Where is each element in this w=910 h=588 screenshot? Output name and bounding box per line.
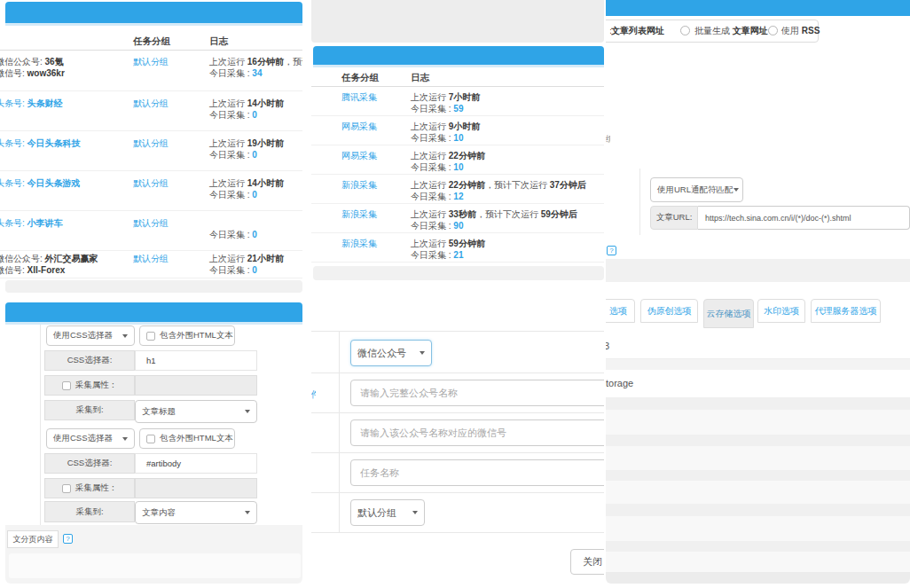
wechat-id-input[interactable] — [350, 419, 604, 446]
form-row-divider — [311, 492, 604, 493]
account-type-select[interactable]: 微信公众号 — [350, 340, 432, 366]
caret-down-icon — [245, 511, 250, 514]
group-link[interactable]: 网易采集 — [341, 150, 377, 161]
table-row: 新浪采集 上次运行 33秒前，预计下次运行 59分钟后 今日采集 : 90 — [311, 204, 604, 233]
css-selector-mode-select[interactable]: 使用CSS选择器 — [46, 428, 135, 449]
today-count: 0 — [252, 190, 257, 200]
batch-generate-option[interactable]: 批量生成 文章网址 — [694, 26, 768, 36]
right-title-bar — [606, 0, 910, 16]
group-link[interactable]: 默认分组 — [133, 177, 169, 189]
task-group-select[interactable]: 默认分组 — [350, 499, 425, 526]
css-selector-value[interactable]: h1 — [135, 350, 257, 371]
group-link[interactable]: 腾讯采集 — [341, 91, 377, 103]
stripe-row — [606, 435, 910, 446]
help-icon[interactable] — [63, 534, 73, 544]
run-log: 上次运行 21小时前 今日采集 : 0 — [209, 253, 302, 276]
task-name-input[interactable] — [350, 459, 604, 486]
account-link[interactable]: 头条号: 今日头条科技 — [0, 137, 81, 149]
clipped-row-label: torage — [606, 378, 633, 388]
use-rss-radio[interactable] — [768, 26, 778, 35]
stripe-row — [606, 410, 910, 435]
css-selector-value[interactable]: #artibody — [135, 453, 257, 474]
today-count: 12 — [453, 192, 463, 201]
group-link[interactable]: 默认分组 — [133, 137, 169, 149]
today-count: 0 — [252, 110, 257, 120]
group-link[interactable]: 新浪采集 — [341, 238, 377, 249]
include-outer-html-option[interactable]: 包含外围HTML文本 — [139, 428, 235, 449]
css-selector-mode-select[interactable]: 使用CSS选择器 — [46, 325, 135, 346]
group-link[interactable]: 默认分组 — [133, 56, 169, 67]
column-header-log: 日志 — [209, 35, 228, 48]
article-list-url-option[interactable]: 文章列表网址 — [611, 26, 664, 36]
account-link[interactable]: 头条号: 头条财经 — [0, 98, 63, 109]
group-link[interactable]: 默认分组 — [133, 217, 169, 229]
article-url-input[interactable]: https://tech.sina.com.cn/i/(*)/doc-(*).s… — [698, 206, 910, 230]
account-name-input[interactable] — [350, 380, 604, 406]
form-row-divider — [311, 331, 604, 332]
right-panel: ： 文章列表网址 批量生成 文章网址 使用 RSS 编 使用URL通配符匹配 文… — [606, 0, 910, 588]
today-count: 10 — [453, 162, 463, 172]
storage-row: torage — [606, 370, 910, 397]
batch-generate-radio[interactable] — [680, 26, 690, 35]
group-link[interactable]: 新浪采集 — [341, 208, 377, 220]
stripe-row — [606, 446, 910, 470]
top-gray-block — [311, 0, 604, 43]
url-match-mode-select[interactable]: 使用URL通配符匹配 — [650, 177, 743, 202]
mid-table-title-bar — [313, 46, 604, 65]
help-icon[interactable] — [607, 246, 616, 255]
tab-watermark[interactable]: 水印选项 — [757, 299, 805, 323]
form-column-divider — [339, 331, 340, 532]
collect-attr-input[interactable] — [135, 375, 257, 396]
tab-options[interactable]: 选项 — [606, 299, 635, 323]
screenshot-canvas: 任务分组 日志 微信公众号: 36氪 微信号: wow36kr 默认分组 上次运… — [0, 0, 910, 588]
group-link[interactable]: 默认分组 — [133, 253, 169, 264]
collect-to-label: 采集到: — [44, 400, 135, 420]
use-rss-option[interactable]: 使用 RSS — [781, 26, 820, 36]
today-count: 0 — [252, 230, 257, 239]
group-link[interactable]: 新浪采集 — [341, 179, 377, 191]
clipped-row-label: 3 — [606, 341, 609, 351]
collect-to-select[interactable]: 文章标题 — [135, 400, 257, 423]
stripe-row — [606, 470, 910, 481]
form-row-divider — [311, 532, 604, 533]
table-row: 微信公众号: 外汇交易赢家 微信号: XII-Forex 默认分组 上次运行 2… — [0, 251, 302, 278]
account-name: 微信公众号: 外汇交易赢家 微信号: XII-Forex — [0, 253, 130, 276]
tab-cloud-storage[interactable]: 云存储选项 — [703, 299, 754, 328]
table-row: 微信公众号: 36氪 微信号: wow36kr 默认分组 上次运行 16分钟前，… — [0, 51, 302, 91]
account-link[interactable]: 头条号: 今日头条游戏 — [0, 177, 81, 189]
left-table-title-bar — [5, 2, 302, 23]
caret-down-icon — [245, 410, 250, 413]
account-link[interactable]: 头条号: 小李讲车 — [0, 217, 63, 229]
column-header-log: 日志 — [411, 72, 429, 84]
group-link[interactable]: 网易采集 — [341, 121, 377, 132]
checkbox-icon[interactable] — [62, 484, 71, 493]
include-outer-html-option[interactable]: 包含外围HTML文本 — [139, 325, 235, 346]
account-name: 微信公众号: 36氪 微信号: wow36kr — [0, 56, 130, 79]
form-column-divider — [40, 325, 41, 525]
checkbox-icon[interactable] — [62, 381, 71, 390]
today-count: 59 — [453, 104, 463, 114]
close-button[interactable]: 关闭 — [570, 549, 604, 575]
run-log: 上次运行 22分钟前，预计下次运行 37分钟后 今日采集 : 12 — [411, 179, 604, 202]
today-count: 34 — [252, 68, 262, 78]
stripe-row — [606, 359, 910, 370]
caret-down-icon — [420, 351, 425, 355]
storage-row: 3 — [606, 330, 910, 359]
caret-down-icon — [122, 334, 128, 338]
checkbox-icon[interactable] — [146, 435, 155, 443]
collect-to-select[interactable]: 文章内容 — [135, 501, 257, 524]
table-row: 网易采集 上次运行 22分钟前 今日采集 : 10 — [311, 145, 604, 175]
middle-panel: 任务分组 日志 腾讯采集 上次运行 7小时前 今日采集 : 59 网易采集 上次… — [311, 0, 604, 588]
footer-pane — [9, 553, 301, 578]
stripe-row — [606, 397, 910, 410]
stripe-row — [606, 516, 910, 541]
checkbox-icon[interactable] — [146, 332, 155, 341]
run-log: 上次运行 14小时前 今日采集 : 0 — [209, 177, 302, 200]
tab-proxy-server[interactable]: 代理服务器选项 — [811, 299, 881, 323]
run-log: 上次运行 16分钟前，预计 今日采集 : 34 — [209, 56, 302, 79]
group-link[interactable]: 默认分组 — [133, 98, 169, 109]
pagination-content-tab[interactable]: 文分页内容 — [7, 530, 59, 548]
tab-pseudo-original[interactable]: 伪原创选项 — [640, 299, 698, 323]
run-log: 上次运行 7小时前 今日采集 : 59 — [411, 91, 604, 114]
collect-attr-input[interactable] — [135, 478, 257, 498]
